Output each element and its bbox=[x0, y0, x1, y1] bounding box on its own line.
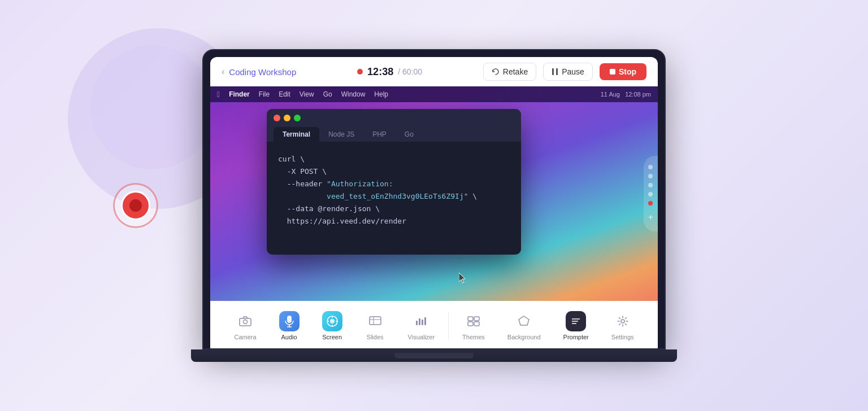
visualizer-label: Visualizer bbox=[408, 334, 435, 340]
record-outer-ring bbox=[113, 183, 158, 228]
mac-time: 11 Aug 12:08 pm bbox=[601, 91, 651, 98]
stop-icon bbox=[610, 69, 615, 75]
sidebar-add-button[interactable]: + bbox=[648, 212, 653, 222]
toolbar-item-background[interactable]: Background bbox=[496, 308, 552, 344]
mouse-cursor bbox=[459, 273, 467, 284]
svg-rect-19 bbox=[424, 317, 426, 325]
slides-label: Slides bbox=[367, 334, 384, 340]
background-label: Background bbox=[507, 334, 541, 340]
camera-label: Camera bbox=[234, 334, 256, 340]
record-indicator bbox=[113, 183, 158, 228]
svg-rect-21 bbox=[474, 317, 479, 321]
tab-terminal[interactable]: Terminal bbox=[274, 127, 319, 142]
prompter-label: Prompter bbox=[563, 334, 589, 340]
settings-icon bbox=[613, 311, 633, 331]
svg-rect-4 bbox=[287, 316, 292, 323]
code-line-4: veed_test_oEnZhnd3vg0LEoTs6Z9Ij" \ bbox=[278, 190, 510, 203]
back-button[interactable]: ‹ bbox=[222, 67, 224, 77]
svg-rect-17 bbox=[419, 318, 420, 325]
recording-bar-right: Retake Pause Stop bbox=[483, 63, 646, 81]
svg-rect-20 bbox=[468, 317, 473, 321]
laptop: ‹ Coding Workshop 12:38 / 60:00 Retake bbox=[191, 49, 677, 362]
sidebar-dot-2[interactable] bbox=[648, 174, 653, 178]
laptop-notch bbox=[394, 353, 474, 358]
mac-screen:  Finder File Edit View Go Window Help 1… bbox=[210, 86, 658, 301]
code-line-6: https://api.veed.dev/render bbox=[278, 215, 510, 228]
laptop-base bbox=[191, 349, 677, 362]
minimize-dot[interactable] bbox=[284, 115, 290, 121]
terminal-titlebar: Terminal Node JS PHP Go bbox=[267, 109, 521, 142]
screen-icon bbox=[322, 311, 342, 331]
close-dot[interactable] bbox=[274, 115, 280, 121]
tab-go[interactable]: Go bbox=[396, 127, 423, 142]
themes-icon bbox=[463, 311, 484, 331]
toolbar-item-audio[interactable]: Audio bbox=[268, 308, 311, 344]
code-line-3: --header "Authorization: bbox=[278, 178, 510, 190]
toolbar-item-prompter[interactable]: Prompter bbox=[552, 308, 600, 344]
toolbar-item-camera[interactable]: Camera bbox=[223, 308, 267, 344]
svg-marker-24 bbox=[519, 316, 529, 325]
settings-label: Settings bbox=[611, 334, 634, 340]
recording-bar: ‹ Coding Workshop 12:38 / 60:00 Retake bbox=[210, 57, 658, 86]
code-line-2: -X POST \ bbox=[278, 165, 510, 178]
maximize-dot[interactable] bbox=[294, 115, 301, 121]
svg-rect-23 bbox=[474, 322, 479, 326]
sidebar-dot-5[interactable] bbox=[648, 201, 653, 206]
terminal-tabs: Terminal Node JS PHP Go bbox=[274, 127, 514, 142]
toolbar-item-themes[interactable]: Themes bbox=[451, 308, 496, 344]
toolbar-item-slides[interactable]: Slides bbox=[354, 308, 397, 344]
apple-logo:  bbox=[217, 90, 220, 99]
code-line-5: --data @render.json \ bbox=[278, 203, 510, 215]
camera-icon bbox=[235, 311, 255, 331]
slides-icon bbox=[365, 311, 385, 331]
retake-button[interactable]: Retake bbox=[483, 63, 536, 81]
pause-button[interactable]: Pause bbox=[543, 63, 593, 81]
recording-bar-center: 12:38 / 60:00 bbox=[357, 66, 422, 78]
terminal-body: curl \ -X POST \ --header "Authorization… bbox=[267, 142, 521, 255]
themes-label: Themes bbox=[462, 334, 485, 340]
menu-file[interactable]: File bbox=[259, 90, 270, 98]
recording-dot bbox=[357, 69, 363, 75]
menu-finder[interactable]: Finder bbox=[229, 90, 250, 98]
retake-icon bbox=[492, 68, 500, 76]
timer-current: 12:38 bbox=[367, 66, 393, 78]
svg-point-29 bbox=[621, 320, 624, 323]
terminal-window: Terminal Node JS PHP Go curl \ -X POST \ bbox=[267, 109, 521, 255]
toolbar: Camera Audio bbox=[210, 301, 658, 348]
record-inner-circle bbox=[121, 191, 150, 220]
svg-rect-0 bbox=[552, 68, 554, 75]
svg-point-3 bbox=[244, 320, 248, 324]
laptop-screen: ‹ Coding Workshop 12:38 / 60:00 Retake bbox=[202, 49, 666, 349]
sidebar-dots: + bbox=[644, 156, 658, 231]
menu-window[interactable]: Window bbox=[341, 90, 366, 98]
menu-help[interactable]: Help bbox=[374, 90, 388, 98]
menu-edit[interactable]: Edit bbox=[279, 90, 290, 98]
screen-label: Screen bbox=[322, 334, 342, 340]
stop-button[interactable]: Stop bbox=[600, 63, 646, 80]
recording-bar-left: ‹ Coding Workshop bbox=[222, 67, 296, 77]
toolbar-item-screen[interactable]: Screen bbox=[311, 308, 354, 344]
code-line-1: curl \ bbox=[278, 153, 510, 165]
visualizer-icon bbox=[411, 311, 431, 331]
toolbar-item-visualizer[interactable]: Visualizer bbox=[397, 308, 446, 344]
sidebar-dot-3[interactable] bbox=[648, 183, 653, 187]
record-dot bbox=[129, 199, 142, 212]
audio-icon bbox=[279, 311, 300, 331]
menu-view[interactable]: View bbox=[300, 90, 314, 98]
prompter-icon bbox=[566, 311, 586, 331]
svg-point-8 bbox=[330, 319, 335, 323]
menu-go[interactable]: Go bbox=[323, 90, 332, 98]
svg-rect-1 bbox=[556, 68, 558, 75]
mac-menubar:  Finder File Edit View Go Window Help 1… bbox=[210, 86, 658, 102]
toolbar-item-settings[interactable]: Settings bbox=[600, 308, 645, 344]
svg-rect-22 bbox=[468, 322, 473, 326]
mac-menubar-right: 11 Aug 12:08 pm bbox=[601, 91, 651, 98]
svg-rect-16 bbox=[416, 321, 418, 325]
tab-nodejs[interactable]: Node JS bbox=[319, 127, 363, 142]
sidebar-dot-1[interactable] bbox=[648, 165, 653, 169]
tab-php[interactable]: PHP bbox=[363, 127, 396, 142]
terminal-dots bbox=[274, 115, 514, 121]
sidebar-dot-4[interactable] bbox=[648, 192, 653, 196]
audio-label: Audio bbox=[281, 334, 297, 340]
svg-rect-18 bbox=[422, 320, 423, 325]
